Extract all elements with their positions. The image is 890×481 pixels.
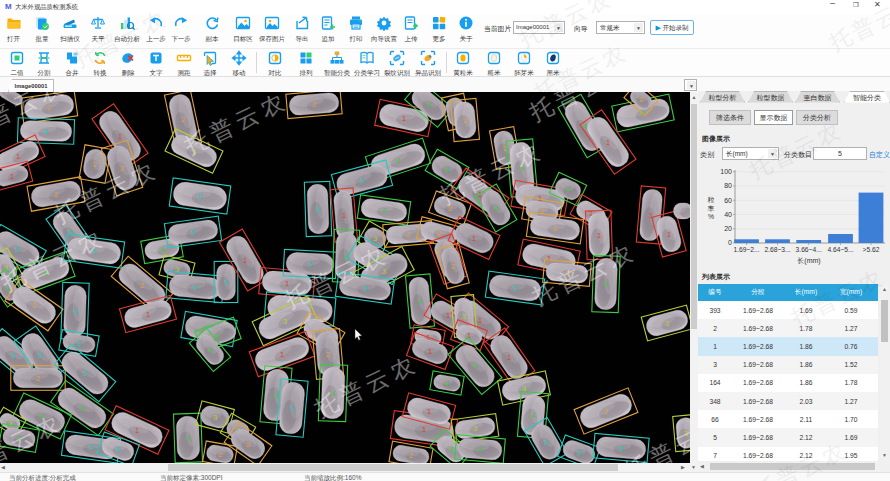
svg-text:3: 3 <box>373 234 377 243</box>
svg-text:5: 5 <box>316 205 320 214</box>
svg-text:1: 1 <box>16 152 20 161</box>
svg-text:3: 3 <box>213 413 217 422</box>
svg-text:2: 2 <box>312 100 316 109</box>
svg-text:1: 1 <box>422 425 426 434</box>
svg-text:4: 4 <box>445 165 449 174</box>
svg-text:3: 3 <box>473 424 477 433</box>
svg-text:2: 2 <box>451 262 455 271</box>
svg-text:4: 4 <box>531 411 535 420</box>
svg-text:2: 2 <box>463 116 467 125</box>
svg-text:5: 5 <box>68 228 72 237</box>
svg-text:5: 5 <box>44 127 48 136</box>
svg-text:4: 4 <box>445 379 449 388</box>
svg-text:5: 5 <box>308 260 312 269</box>
svg-text:1: 1 <box>507 353 511 362</box>
svg-text:5: 5 <box>513 284 517 293</box>
svg-text:2.68~3...: 2.68~3... <box>764 246 790 253</box>
svg-text:1: 1 <box>342 211 346 220</box>
svg-text:1: 1 <box>10 172 14 181</box>
svg-text:5: 5 <box>116 445 120 454</box>
svg-text:1: 1 <box>478 316 482 325</box>
svg-text:1: 1 <box>446 311 450 320</box>
svg-text:2: 2 <box>406 230 410 239</box>
svg-text:4: 4 <box>208 346 212 355</box>
svg-text:1.69~2...: 1.69~2... <box>733 246 759 253</box>
svg-text:2: 2 <box>437 229 441 238</box>
svg-text:4: 4 <box>449 445 453 454</box>
svg-text:2: 2 <box>32 301 36 310</box>
svg-text:5: 5 <box>11 351 15 360</box>
svg-text:>5.62: >5.62 <box>863 246 880 253</box>
svg-text:5: 5 <box>89 443 93 452</box>
svg-text:5: 5 <box>38 351 42 360</box>
svg-text:1: 1 <box>118 132 122 141</box>
svg-text:0: 0 <box>728 239 732 246</box>
svg-text:5: 5 <box>198 192 202 201</box>
svg-text:2: 2 <box>54 190 58 199</box>
svg-text:1: 1 <box>243 256 247 265</box>
svg-text:2: 2 <box>36 374 40 383</box>
svg-text:4: 4 <box>382 206 386 215</box>
svg-text:5: 5 <box>191 228 195 237</box>
svg-text:5: 5 <box>577 448 581 457</box>
svg-text:5: 5 <box>73 307 77 316</box>
svg-text:1: 1 <box>597 231 601 240</box>
svg-text:长(mm): 长(mm) <box>797 257 820 265</box>
svg-text:5: 5 <box>360 176 364 185</box>
svg-text:20: 20 <box>724 225 732 232</box>
svg-text:4: 4 <box>478 445 482 454</box>
svg-text:40: 40 <box>724 211 732 218</box>
svg-text:%: % <box>708 213 714 220</box>
svg-text:5: 5 <box>15 245 19 254</box>
svg-text:3: 3 <box>665 319 669 328</box>
svg-text:4: 4 <box>396 156 400 165</box>
svg-text:1: 1 <box>135 426 139 435</box>
svg-text:100: 100 <box>720 168 732 175</box>
svg-text:4: 4 <box>418 297 422 306</box>
svg-text:2: 2 <box>553 224 557 233</box>
svg-text:2: 2 <box>326 350 330 359</box>
svg-text:5: 5 <box>363 284 367 293</box>
svg-text:1: 1 <box>427 407 431 416</box>
svg-text:2: 2 <box>218 450 222 459</box>
svg-text:1: 1 <box>280 350 284 359</box>
svg-text:2: 2 <box>181 115 185 124</box>
svg-text:1: 1 <box>606 138 610 147</box>
svg-text:4: 4 <box>566 185 570 194</box>
svg-text:2: 2 <box>409 451 413 460</box>
svg-text:4: 4 <box>604 280 608 289</box>
svg-text:60: 60 <box>724 197 732 204</box>
svg-text:3: 3 <box>462 312 466 321</box>
svg-text:2: 2 <box>639 95 643 104</box>
svg-text:5: 5 <box>619 444 623 453</box>
svg-text:3.66~4...: 3.66~4... <box>796 246 822 253</box>
svg-text:1: 1 <box>402 114 406 123</box>
svg-text:4: 4 <box>274 391 278 400</box>
svg-text:4: 4 <box>80 404 84 413</box>
svg-text:80: 80 <box>724 182 732 189</box>
svg-text:粒: 粒 <box>708 196 715 203</box>
svg-text:4: 4 <box>427 100 431 109</box>
svg-text:5: 5 <box>77 339 81 348</box>
svg-text:2: 2 <box>246 440 250 449</box>
svg-text:5: 5 <box>544 438 548 447</box>
svg-text:1: 1 <box>667 230 671 239</box>
svg-text:1: 1 <box>472 234 476 243</box>
svg-text:4: 4 <box>160 245 164 254</box>
svg-text:4: 4 <box>473 362 477 371</box>
svg-text:2: 2 <box>140 281 144 290</box>
svg-text:4: 4 <box>186 434 190 443</box>
svg-text:2: 2 <box>604 407 608 416</box>
svg-text:1: 1 <box>547 254 551 263</box>
svg-text:1: 1 <box>146 310 150 319</box>
svg-text:5: 5 <box>193 283 197 292</box>
svg-text:率: 率 <box>708 205 715 212</box>
svg-text:4: 4 <box>216 331 220 340</box>
svg-text:3: 3 <box>283 317 287 326</box>
svg-text:1: 1 <box>428 347 432 356</box>
svg-text:5: 5 <box>290 404 294 413</box>
svg-text:5: 5 <box>224 278 228 287</box>
svg-text:5: 5 <box>83 369 87 378</box>
svg-text:4: 4 <box>494 204 498 213</box>
svg-text:2: 2 <box>93 160 97 169</box>
